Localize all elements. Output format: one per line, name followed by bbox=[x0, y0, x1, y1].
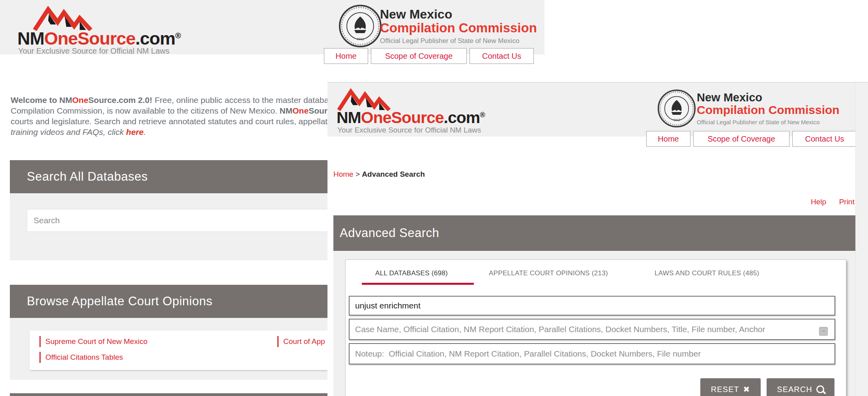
cc-title-line1: New Mexico bbox=[380, 7, 452, 22]
autofill-extension-icon[interactable] bbox=[819, 327, 828, 336]
screen: NMOneSource.com® Your Exclusive Source f… bbox=[0, 0, 868, 396]
print-link[interactable]: Print bbox=[839, 198, 855, 206]
scrollbar-track[interactable] bbox=[855, 82, 868, 396]
svg-text:·1912·: ·1912· bbox=[355, 37, 365, 41]
svg-text:·1912·: ·1912· bbox=[672, 118, 681, 122]
breadcrumb: Home > Advanced Search bbox=[333, 170, 425, 179]
query-input[interactable] bbox=[349, 296, 835, 316]
overlay-nav-scope[interactable]: Scope of Coverage bbox=[693, 131, 789, 147]
tab-appellate-opinions[interactable]: APPELLATE COURT OPINIONS (213) bbox=[489, 269, 608, 277]
overlay-nav-contact[interactable]: Contact Us bbox=[792, 131, 857, 147]
cc-subtitle: Official Legal Publisher of State of New… bbox=[380, 37, 519, 45]
search-button[interactable]: SEARCH bbox=[767, 378, 834, 396]
nmonesource-logo[interactable]: NMOneSource.com® bbox=[337, 108, 485, 127]
magnifier-icon bbox=[816, 385, 824, 393]
nm-state-seal: ·1912· bbox=[339, 4, 382, 48]
x-icon: ✖ bbox=[743, 385, 750, 394]
advanced-search-bar: Advanced Search bbox=[333, 215, 855, 251]
here-link[interactable]: here bbox=[126, 127, 144, 136]
nmonesource-logo[interactable]: NMOneSource.com® bbox=[17, 28, 181, 49]
tab-laws-court-rules[interactable]: LAWS AND COURT RULES (485) bbox=[655, 269, 759, 277]
link-court-of-appeals[interactable]: Court of App bbox=[277, 336, 325, 347]
nm-state-seal: ·1912· bbox=[657, 89, 696, 128]
noteup-input[interactable] bbox=[349, 343, 835, 364]
base-nav-home[interactable]: Home bbox=[324, 48, 368, 64]
link-official-citations[interactable]: Official Citations Tables bbox=[39, 352, 123, 363]
reset-button[interactable]: RESET✖ bbox=[700, 378, 761, 396]
tagline: Your Exclusive Source for Official NM La… bbox=[337, 126, 481, 134]
overlay-nav-home[interactable]: Home bbox=[646, 131, 690, 147]
advanced-search-title: Advanced Search bbox=[340, 226, 439, 240]
active-tab-underline bbox=[362, 283, 474, 285]
cc-subtitle: Official Legal Publisher of State of New… bbox=[697, 119, 820, 125]
advanced-search-window: NMOneSource.com® Your Exclusive Source f… bbox=[327, 82, 868, 396]
breadcrumb-current: Advanced Search bbox=[362, 170, 425, 178]
cc-title-line2: Compilation Commission bbox=[697, 103, 840, 117]
search-all-databases-title: Search All Databases bbox=[27, 170, 148, 184]
tab-all-databases[interactable]: ALL DATABASES (698) bbox=[375, 269, 448, 277]
base-nav-contact[interactable]: Contact Us bbox=[470, 48, 534, 64]
link-supreme-court[interactable]: Supreme Court of New Mexico bbox=[39, 336, 148, 347]
nmonesource-mountains-icon bbox=[33, 6, 92, 31]
base-nav-scope[interactable]: Scope of Coverage bbox=[371, 48, 467, 64]
tagline: Your Exclusive Source for Official NM La… bbox=[18, 47, 170, 56]
nmonesource-mountains-icon bbox=[337, 88, 391, 111]
cc-title-line1: New Mexico bbox=[697, 91, 762, 104]
utility-links: Help Print bbox=[811, 198, 855, 206]
breadcrumb-home-link[interactable]: Home bbox=[333, 170, 354, 178]
browse-opinions-title: Browse Appellate Court Opinions bbox=[27, 294, 212, 308]
case-fields-input[interactable] bbox=[349, 319, 835, 340]
help-link[interactable]: Help bbox=[811, 198, 826, 206]
cc-title-line2: Compilation Commission bbox=[380, 21, 537, 35]
